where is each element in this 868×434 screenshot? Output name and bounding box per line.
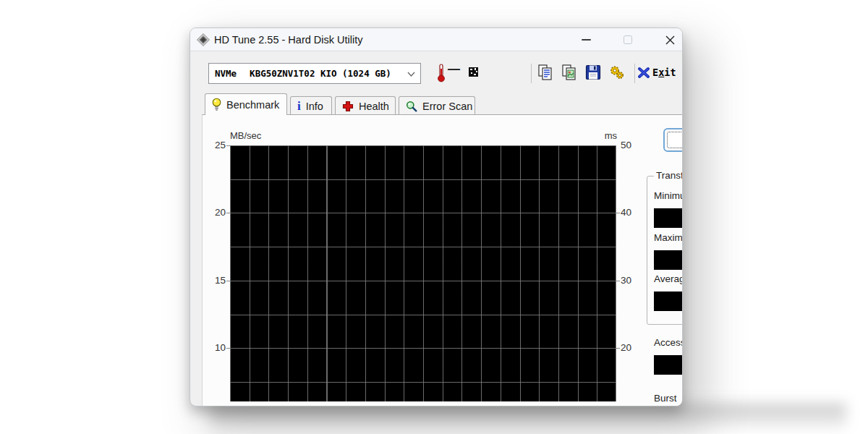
thermometer-icon (437, 63, 446, 85)
focus-rectangle (667, 132, 683, 148)
copy-text-button[interactable] (536, 64, 555, 82)
minimize-button[interactable] (576, 31, 595, 48)
temperature-dash: — (448, 62, 460, 77)
tab-health-label: Health (359, 101, 389, 112)
close-button[interactable] (660, 31, 679, 48)
drive-model-label: KBG50ZNV1T02 KIO (1024 GB) (250, 68, 391, 79)
transfer-group-label: Transfer (654, 170, 683, 181)
save-button[interactable] (584, 64, 603, 82)
right-axis-tick: 50 (621, 140, 641, 150)
exit-button[interactable]: Exit (637, 63, 676, 82)
exit-label: Exit (652, 67, 676, 78)
drive-interface-label: NVMe (215, 68, 237, 79)
access-time-value-box (654, 355, 683, 375)
right-axis-tick: 40 (621, 207, 641, 218)
burst-rate-label: Burst (654, 393, 677, 404)
drive-select-dropdown[interactable]: NVMe KBG50ZNV1T02 KIO (1024 GB) (208, 63, 421, 84)
copy-image-button[interactable] (560, 64, 579, 82)
tab-info-label: Info (306, 101, 323, 112)
benchmark-chart (230, 145, 616, 401)
tab-info[interactable]: i Info (290, 96, 332, 115)
toolbar-separator (531, 64, 532, 83)
toolbar-separator (634, 64, 635, 83)
options-button[interactable] (608, 64, 626, 82)
left-axis-unit-label: MB/sec (230, 130, 261, 141)
save-icon (584, 64, 602, 81)
maximum-value-box (654, 250, 683, 270)
left-axis-tick: 10 (200, 342, 226, 353)
health-cross-icon (342, 101, 354, 112)
average-value-box (654, 292, 683, 311)
right-axis-unit-label: ms (595, 130, 617, 141)
app-icon (197, 33, 210, 46)
info-icon: i (297, 100, 301, 112)
exit-x-icon (637, 66, 651, 80)
axis-tickmark (616, 213, 620, 213)
minimum-value-box (654, 208, 683, 228)
axis-tickmark (616, 281, 620, 281)
window-shadow (210, 404, 846, 433)
maximize-icon (624, 35, 632, 44)
axis-tickmark (616, 348, 620, 349)
maximize-button[interactable] (618, 31, 637, 48)
close-icon (665, 35, 676, 46)
tab-benchmark[interactable]: Benchmark (205, 93, 287, 115)
maximum-label: Maximum (654, 232, 683, 243)
page-background: HD Tune 2.55 - Hard Disk Utility NVMe KB… (0, 0, 868, 434)
temperature-glyph (468, 67, 479, 80)
copy-text-icon (537, 64, 554, 81)
tab-error-scan-label: Error Scan (422, 101, 472, 112)
left-axis-tick: 20 (200, 207, 226, 218)
access-time-label: Access (654, 337, 683, 348)
window-title: HD Tune 2.55 - Hard Disk Utility (214, 28, 362, 51)
magnifier-icon (406, 101, 417, 112)
titlebar: HD Tune 2.55 - Hard Disk Utility (190, 28, 682, 51)
bulb-icon (212, 98, 221, 111)
copy-image-icon (561, 64, 578, 81)
tab-health[interactable]: Health (335, 96, 396, 115)
options-gears-icon (608, 64, 626, 81)
minimize-icon (582, 39, 591, 41)
average-label: Average (654, 273, 683, 284)
left-axis-tick: 25 (200, 140, 226, 150)
tab-error-scan[interactable]: Error Scan (399, 96, 475, 115)
right-axis-tick: 30 (621, 275, 641, 286)
minimum-label: Minimum (654, 190, 683, 201)
chevron-down-icon (407, 69, 416, 81)
hdtune-window: HD Tune 2.55 - Hard Disk Utility NVMe KB… (190, 27, 683, 407)
left-axis-tick: 15 (200, 275, 226, 286)
start-button[interactable] (663, 128, 683, 152)
right-axis-tick: 20 (621, 342, 641, 353)
tab-benchmark-label: Benchmark (226, 99, 279, 111)
